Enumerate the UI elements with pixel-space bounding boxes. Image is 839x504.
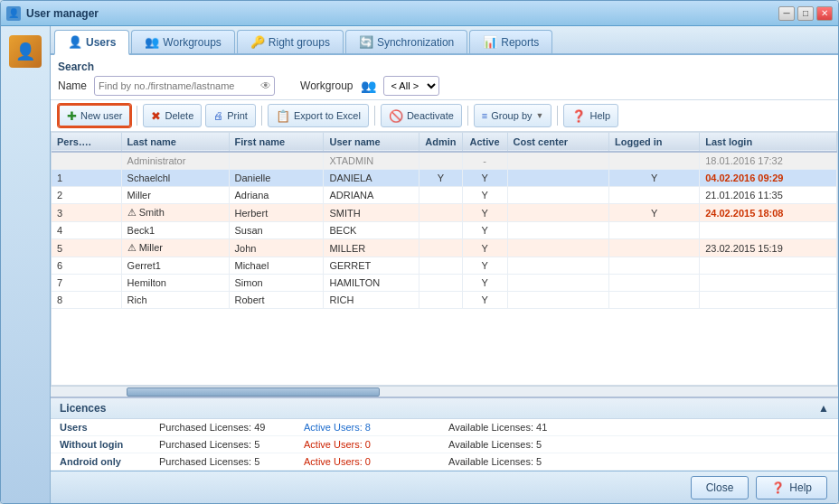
table-cell	[507, 275, 608, 292]
table-cell: Rich	[121, 292, 229, 309]
workgroup-select[interactable]: < All >	[383, 76, 439, 96]
table-cell: Y	[462, 187, 507, 204]
table-cell: 23.02.2015 15:19	[700, 239, 837, 257]
delete-icon: ✖	[151, 109, 161, 123]
user-manager-window: 👤 User manager ─ □ ✕ 👤 👤 Users 👥 Workgro…	[0, 0, 839, 504]
table-cell: 18.01.2016 17:32	[700, 152, 837, 170]
col-header-lastname: Last name	[121, 133, 229, 152]
collapse-icon[interactable]: ▲	[818, 402, 829, 415]
table-cell	[507, 152, 608, 170]
export-excel-button[interactable]: 📋 Export to Excel	[268, 104, 369, 127]
search-input[interactable]	[94, 76, 275, 96]
table-cell	[609, 257, 700, 275]
table-cell	[700, 292, 837, 309]
table-cell: RICH	[324, 292, 420, 309]
table-cell: Y	[609, 170, 700, 187]
window-title: User manager	[26, 7, 778, 20]
table-cell: -	[462, 152, 507, 170]
licence-available: Available Licenses: 5	[448, 439, 593, 450]
licence-active: Active Users: 8	[304, 422, 448, 433]
scrollbar-thumb[interactable]	[127, 387, 380, 397]
col-header-active: Active	[462, 133, 507, 152]
licence-name: Without login	[60, 439, 159, 450]
table-row[interactable]: 2MillerAdrianaADRIANAY21.01.2016 11:35	[52, 187, 837, 204]
table-header-row: Pers…. Last name First name User name Ad…	[52, 133, 837, 152]
tab-users[interactable]: 👤 Users	[54, 30, 129, 55]
table-cell: Y	[609, 204, 700, 222]
groupby-icon: ≡	[482, 110, 487, 121]
workgroup-icon: 👥	[361, 79, 376, 93]
table-cell: DANIELA	[324, 170, 420, 187]
right-groups-tab-icon: 🔑	[250, 35, 265, 49]
help-toolbar-button[interactable]: ❓ Help	[563, 104, 618, 127]
table-cell: Schaelchl	[121, 170, 229, 187]
main-panel: 👤 Users 👥 Workgroups 🔑 Right groups 🔄 Sy…	[51, 26, 838, 503]
table-row[interactable]: AdministratorXTADMIN-18.01.2016 17:32	[52, 152, 837, 170]
workgroup-label: Workgroup	[300, 79, 353, 92]
table-cell: Gerret1	[121, 257, 229, 275]
separator-1	[137, 106, 137, 126]
table-cell: Danielle	[229, 170, 324, 187]
scrollbar-track[interactable]	[54, 387, 834, 397]
table-row[interactable]: 8RichRobertRICHY	[52, 292, 837, 309]
table-cell	[700, 275, 837, 292]
table-cell	[507, 204, 608, 222]
reports-tab-icon: 📊	[483, 35, 497, 49]
table-row[interactable]: 3⚠ SmithHerbertSMITHYY24.02.2015 18:08	[52, 204, 837, 222]
table-cell: 5	[52, 239, 121, 257]
table-cell	[420, 222, 462, 239]
deactivate-button[interactable]: 🚫 Deactivate	[381, 104, 462, 127]
window-controls: ─ □ ✕	[778, 6, 833, 21]
close-button[interactable]: Close	[691, 476, 749, 499]
table-row[interactable]: 7HemiltonSimonHAMILTONY	[52, 275, 837, 292]
table-row[interactable]: 4Beck1SusanBECKY	[52, 222, 837, 239]
help-button[interactable]: ❓ Help	[756, 476, 827, 499]
sync-tab-icon: 🔄	[359, 35, 373, 49]
maximize-button[interactable]: □	[797, 6, 814, 21]
table-cell: Susan	[229, 222, 324, 239]
table-cell: Adriana	[229, 187, 324, 204]
table-cell	[700, 257, 837, 275]
tab-right-groups[interactable]: 🔑 Right groups	[237, 30, 344, 53]
table-cell: 21.01.2016 11:35	[700, 187, 837, 204]
workgroups-tab-icon: 👥	[145, 35, 159, 49]
licences-panel: Licences ▲ UsersPurchased Licenses: 49Ac…	[51, 397, 838, 471]
new-user-button[interactable]: ✚ New user	[58, 104, 131, 127]
horizontal-scrollbar[interactable]	[51, 386, 838, 397]
table-cell	[609, 239, 700, 257]
minimize-button[interactable]: ─	[778, 6, 795, 21]
table-cell: Y	[462, 257, 507, 275]
licence-available: Available Licenses: 41	[448, 422, 593, 433]
table-cell	[700, 222, 837, 239]
search-section: Search Name 👁 Workgroup 👥 < All >	[51, 55, 838, 100]
tab-reports[interactable]: 📊 Reports	[469, 30, 552, 53]
table-cell: Administrator	[121, 152, 229, 170]
table-row[interactable]: 1SchaelchlDanielleDANIELAYYY04.02.2016 0…	[52, 170, 837, 187]
table-cell	[507, 292, 608, 309]
table-cell	[420, 275, 462, 292]
print-button[interactable]: 🖨 Print	[205, 104, 256, 127]
excel-icon: 📋	[276, 109, 290, 123]
table-cell: Y	[462, 222, 507, 239]
close-window-button[interactable]: ✕	[816, 6, 833, 21]
table-cell: BECK	[324, 222, 420, 239]
group-by-button[interactable]: ≡ Group by ▼	[474, 104, 552, 127]
table-cell	[507, 257, 608, 275]
table-cell	[420, 239, 462, 257]
table-cell: Hemilton	[121, 275, 229, 292]
table-row[interactable]: 6Gerret1MichaelGERRETY	[52, 257, 837, 275]
table-cell: Miller	[121, 187, 229, 204]
users-table-container: Pers…. Last name First name User name Ad…	[51, 132, 838, 386]
dropdown-arrow-icon: ▼	[536, 111, 544, 120]
table-cell: Y	[420, 170, 462, 187]
tab-workgroups[interactable]: 👥 Workgroups	[131, 30, 234, 53]
eye-icon[interactable]: 👁	[260, 79, 271, 92]
licence-rows: UsersPurchased Licenses: 49Active Users:…	[51, 419, 838, 471]
table-cell	[507, 222, 608, 239]
delete-button[interactable]: ✖ Delete	[143, 104, 202, 127]
tab-synchronization[interactable]: 🔄 Synchronization	[345, 30, 467, 53]
licence-row: Android onlyPurchased Licenses: 5Active …	[51, 453, 838, 471]
table-cell: John	[229, 239, 324, 257]
table-row[interactable]: 5⚠ MillerJohnMILLERY23.02.2015 15:19	[52, 239, 837, 257]
col-header-username: User name	[324, 133, 420, 152]
